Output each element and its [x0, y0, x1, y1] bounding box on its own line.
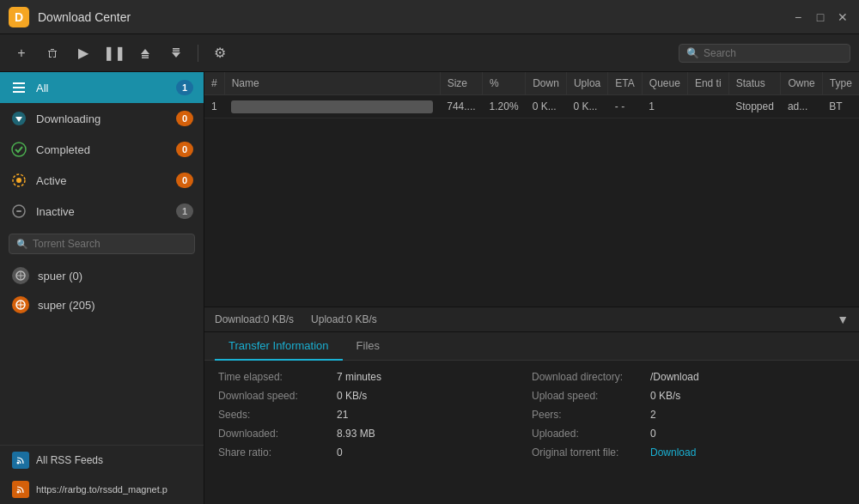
sidebar-item-all[interactable]: All 1: [0, 72, 204, 103]
col-status[interactable]: Status: [728, 72, 781, 95]
col-down[interactable]: Down: [526, 72, 567, 95]
settings-button[interactable]: ⚙: [207, 40, 233, 66]
cell-status: Stopped: [728, 95, 781, 118]
rss-feed-url: https://rarbg.to/rssdd_magnet.p: [36, 484, 168, 495]
svg-rect-22: [16, 210, 21, 212]
sidebar-active-label: Active: [36, 174, 168, 187]
completed-badge: 0: [176, 142, 193, 157]
col-upload[interactable]: Uploa: [566, 72, 607, 95]
window-controls: − □ ✕: [790, 9, 850, 25]
info-row: Share ratio:0: [218, 446, 532, 458]
search-icon: 🔍: [686, 47, 699, 59]
move-up-button[interactable]: [132, 40, 158, 66]
info-row: Download speed:0 KB/s: [218, 390, 532, 402]
tab-files[interactable]: Files: [343, 332, 393, 361]
svg-rect-3: [55, 52, 56, 58]
cell-eta: - -: [608, 95, 642, 118]
sidebar-item-inactive[interactable]: Inactive 1: [0, 196, 204, 227]
table-header: # Name Size % Down Uploa ETA Queue End t…: [204, 72, 859, 95]
col-eta[interactable]: ETA: [608, 72, 642, 95]
svg-rect-2: [49, 52, 50, 58]
info-row: Upload speed:0 KB/s: [532, 390, 845, 402]
svg-rect-5: [52, 52, 52, 58]
info-row: Peers:2: [532, 409, 845, 421]
info-value: 0 KB/s: [650, 390, 680, 402]
minimize-button[interactable]: −: [790, 9, 806, 25]
pause-button[interactable]: ❚❚: [101, 40, 127, 66]
info-value: 2: [650, 409, 656, 421]
info-value: 8.93 MB: [337, 428, 375, 440]
close-button[interactable]: ✕: [835, 9, 850, 25]
torrent-download-link[interactable]: Download: [650, 446, 696, 458]
col-type[interactable]: Type: [822, 72, 859, 95]
sidebar-downloading-label: Downloading: [36, 112, 168, 125]
expand-button[interactable]: ▼: [837, 313, 849, 326]
sidebar-item-active[interactable]: Active 0: [0, 165, 204, 196]
sidebar-inactive-label: Inactive: [36, 205, 168, 218]
info-value: 7 minutes: [337, 371, 381, 383]
svg-point-29: [17, 462, 20, 465]
info-label: Upload speed:: [532, 390, 643, 402]
downloading-badge: 0: [176, 111, 193, 126]
info-value: 0: [337, 446, 343, 458]
torrent-search-field[interactable]: 🔍: [9, 234, 195, 254]
tracker-item-spuer[interactable]: spuer (0): [0, 261, 204, 290]
col-owner[interactable]: Owne: [781, 72, 822, 95]
downloading-icon: [10, 110, 27, 127]
info-tabs: Transfer Information Files: [204, 332, 859, 361]
app-logo: D: [9, 7, 29, 27]
inactive-badge: 1: [176, 203, 193, 219]
table-row[interactable]: 1████████████████████████████████744....…: [204, 95, 859, 118]
info-row: Time elapsed:7 minutes: [218, 371, 532, 383]
sidebar: All 1 Downloading 0 Completed 0 Active 0: [0, 72, 204, 504]
svg-rect-0: [48, 51, 57, 52]
rss-feed-item[interactable]: https://rarbg.to/rssdd_magnet.p: [0, 475, 204, 504]
tracker-item-super[interactable]: super (205): [0, 290, 204, 319]
info-value: 0 KB/s: [337, 390, 367, 402]
all-icon: [10, 79, 27, 96]
rss-feed-icon: [12, 481, 29, 498]
col-percent[interactable]: %: [483, 72, 526, 95]
delete-button[interactable]: [40, 40, 65, 66]
info-value: 0: [650, 428, 656, 440]
cell-type: BT: [822, 95, 859, 118]
col-num[interactable]: #: [204, 72, 224, 95]
download-table-container: # Name Size % Down Uploa ETA Queue End t…: [204, 72, 859, 307]
sidebar-item-downloading[interactable]: Downloading 0: [0, 103, 204, 134]
move-down-button[interactable]: [163, 40, 189, 66]
cell-endtime: [687, 95, 728, 118]
tracker-icon-super: [12, 296, 29, 313]
info-value: /Download: [650, 371, 699, 383]
col-queue[interactable]: Queue: [642, 72, 687, 95]
tracker-spuer-label: spuer (0): [38, 270, 82, 282]
info-row: Seeds:21: [218, 409, 532, 421]
col-name[interactable]: Name: [224, 72, 440, 95]
search-input[interactable]: [704, 47, 843, 59]
svg-point-30: [17, 491, 20, 494]
toolbar-separator: [198, 45, 198, 62]
col-endtime[interactable]: End ti: [687, 72, 728, 95]
svg-rect-9: [142, 57, 149, 58]
toolbar-search[interactable]: 🔍: [679, 44, 850, 63]
restore-button[interactable]: □: [813, 9, 828, 25]
cell-upload: 0 K...: [566, 95, 607, 118]
content-area: # Name Size % Down Uploa ETA Queue End t…: [204, 72, 859, 504]
play-button[interactable]: ▶: [70, 40, 96, 66]
svg-marker-10: [172, 52, 180, 58]
torrent-search-input[interactable]: [33, 238, 187, 250]
add-button[interactable]: +: [9, 40, 34, 66]
main-layout: All 1 Downloading 0 Completed 0 Active 0: [0, 72, 859, 504]
tab-transfer[interactable]: Transfer Information: [215, 332, 343, 361]
info-label: Uploaded:: [532, 428, 643, 440]
sidebar-item-completed[interactable]: Completed 0: [0, 134, 204, 165]
rss-section: All RSS Feeds https://rarbg.to/rssdd_mag…: [0, 445, 204, 504]
cell-num: 1: [204, 95, 224, 118]
svg-point-20: [16, 178, 21, 183]
cell-down: 0 K...: [526, 95, 567, 118]
rss-all-feeds[interactable]: All RSS Feeds: [0, 446, 204, 475]
info-row: Download directory:/Download: [532, 371, 845, 383]
sidebar-completed-label: Completed: [36, 143, 168, 156]
col-size[interactable]: Size: [440, 72, 482, 95]
svg-rect-8: [142, 55, 149, 57]
active-badge: 0: [176, 173, 193, 188]
